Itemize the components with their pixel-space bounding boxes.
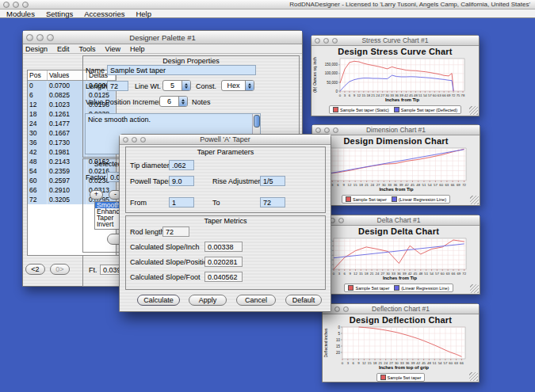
svg-text:60: 60 bbox=[441, 272, 445, 276]
svg-text:6: 6 bbox=[337, 183, 339, 187]
slope-foot-label: Calculated Slope/Foot bbox=[130, 273, 201, 281]
to-field[interactable]: 72 bbox=[260, 197, 285, 207]
tip-diameter-label: Tip diameter bbox=[130, 162, 170, 169]
rise-adjustment-field[interactable]: 1/5 bbox=[260, 176, 285, 186]
slope-foot-field[interactable]: 0.040562 bbox=[204, 272, 243, 282]
from-field[interactable]: 1 bbox=[169, 197, 194, 207]
default-button[interactable]: Default bbox=[285, 295, 322, 306]
svg-text:9: 9 bbox=[353, 93, 356, 97]
menu-accessories[interactable]: Accessories bbox=[84, 10, 124, 18]
vpi-stepper[interactable]: 6 bbox=[159, 96, 188, 107]
menu-tools[interactable]: Tools bbox=[79, 45, 96, 53]
col-header-values[interactable]: Values bbox=[48, 70, 87, 81]
svg-text:3: 3 bbox=[338, 272, 341, 276]
minimize-icon[interactable] bbox=[13, 2, 19, 8]
notes-label: Notes bbox=[192, 98, 211, 106]
svg-text:51: 51 bbox=[424, 272, 428, 276]
svg-text:5: 5 bbox=[338, 332, 340, 336]
apply-button[interactable]: Apply bbox=[189, 295, 227, 306]
rod-length-label: Rod length bbox=[130, 228, 165, 236]
factor-label: Factor bbox=[86, 173, 106, 181]
powell-taper-dialog: Powell 'A' Taper Taper Parameters Tip di… bbox=[119, 134, 331, 312]
col-header-pos[interactable]: Pos bbox=[28, 70, 48, 81]
legend-item: Sample 5wt taper bbox=[346, 196, 387, 202]
slope-inch-field[interactable]: 0.00338 bbox=[204, 242, 243, 252]
svg-text:54: 54 bbox=[423, 93, 427, 97]
svg-text:9: 9 bbox=[343, 183, 346, 187]
menu-design[interactable]: Design bbox=[25, 45, 48, 53]
back-button[interactable]: <2 bbox=[25, 264, 45, 275]
const-stepper[interactable]: Hex bbox=[221, 80, 254, 91]
chart-title: Design Stress Curve Chart bbox=[311, 47, 479, 56]
delta-chart-titlebar[interactable]: Delta Chart #1 bbox=[318, 215, 480, 226]
svg-text:60: 60 bbox=[433, 93, 437, 97]
tip-diameter-field[interactable]: .062 bbox=[169, 160, 194, 170]
resize-grip[interactable] bbox=[469, 106, 478, 115]
stress-chart-window: Stress Curve Chart #1 Design Stress Curv… bbox=[311, 35, 480, 116]
window-title: Powell 'A' Taper bbox=[120, 135, 331, 143]
const-label: Const. bbox=[196, 82, 216, 90]
powell-taper-field[interactable]: 9.0 bbox=[169, 176, 194, 186]
calculate-button[interactable]: Calculate bbox=[137, 295, 180, 306]
svg-text:51: 51 bbox=[422, 183, 426, 187]
svg-text:78: 78 bbox=[461, 93, 465, 97]
svg-text:54: 54 bbox=[430, 272, 434, 276]
zoom-icon[interactable] bbox=[22, 2, 29, 8]
palette-titlebar[interactable]: Designer Palette #1 bbox=[23, 31, 302, 44]
dimension-chart-titlebar[interactable]: Dimension Chart #1 bbox=[312, 125, 480, 135]
length-field[interactable]: 72 bbox=[107, 81, 128, 91]
menu-help[interactable]: Help bbox=[130, 45, 145, 53]
menu-edit[interactable]: Edit bbox=[57, 45, 70, 53]
stepper-arrows-icon[interactable] bbox=[182, 81, 190, 90]
svg-text:24: 24 bbox=[376, 272, 380, 276]
delta-chart-window: Delta Chart #1 Design Delta Chart 036912… bbox=[317, 215, 480, 295]
svg-text:9: 9 bbox=[349, 272, 351, 276]
svg-text:57: 57 bbox=[435, 272, 439, 276]
svg-text:150,000: 150,000 bbox=[325, 63, 338, 67]
svg-text:20: 20 bbox=[336, 351, 341, 355]
svg-text:24: 24 bbox=[376, 93, 380, 97]
stress-chart-titlebar[interactable]: Stress Curve Chart #1 bbox=[311, 36, 479, 46]
resize-grip[interactable] bbox=[470, 284, 479, 293]
forward-button[interactable]: 0> bbox=[50, 264, 70, 275]
svg-text:Inches from Tip: Inches from Tip bbox=[379, 187, 414, 192]
svg-text:Inches from top of grip: Inches from top of grip bbox=[379, 365, 430, 370]
svg-text:15: 15 bbox=[361, 93, 365, 97]
legend-item: Sample 5wt taper (Static) bbox=[333, 107, 389, 112]
group-heading: Taper Parameters bbox=[126, 148, 325, 156]
svg-text:15: 15 bbox=[368, 361, 372, 365]
resize-grip[interactable] bbox=[470, 196, 479, 204]
window-title: Dimension Chart #1 bbox=[312, 126, 480, 134]
stepper-arrows-icon[interactable] bbox=[178, 97, 187, 106]
dialog-titlebar[interactable]: Powell 'A' Taper bbox=[120, 135, 331, 145]
svg-text:18: 18 bbox=[365, 272, 369, 276]
svg-text:69: 69 bbox=[457, 272, 460, 276]
deflection-chart-titlebar[interactable]: Deflection Chart #1 bbox=[323, 304, 479, 314]
close-icon[interactable] bbox=[3, 2, 10, 8]
svg-text:48: 48 bbox=[418, 272, 422, 276]
menu-view[interactable]: View bbox=[105, 45, 120, 53]
svg-text:54: 54 bbox=[428, 183, 432, 187]
cancel-button[interactable]: Cancel bbox=[236, 295, 276, 306]
chart-title: Design Deflection Chart bbox=[323, 315, 479, 325]
svg-text:0: 0 bbox=[335, 89, 338, 93]
svg-text:60: 60 bbox=[449, 361, 453, 365]
menu-modules[interactable]: Modules bbox=[6, 10, 35, 18]
rod-length-field[interactable]: 72 bbox=[162, 226, 189, 237]
line-wt-stepper[interactable]: 5 bbox=[162, 80, 191, 91]
svg-text:18: 18 bbox=[366, 93, 370, 97]
svg-text:15: 15 bbox=[359, 272, 363, 276]
slope-position-field[interactable]: 0.020281 bbox=[204, 257, 243, 267]
scroll-thumb[interactable] bbox=[254, 115, 260, 127]
name-field[interactable]: Sample 5wt taper bbox=[107, 65, 256, 75]
app-titlebar[interactable]: RodDNADesigner - Licensed to 'Larry Tuso… bbox=[0, 0, 535, 10]
svg-text:12: 12 bbox=[353, 272, 357, 276]
resize-grip[interactable] bbox=[469, 372, 478, 381]
svg-text:57: 57 bbox=[434, 183, 438, 187]
menu-help[interactable]: Help bbox=[136, 10, 151, 18]
svg-text:57: 57 bbox=[428, 93, 432, 97]
group-heading: Taper Metrics bbox=[126, 217, 325, 225]
plus-button[interactable]: + bbox=[90, 190, 103, 200]
stepper-arrows-icon[interactable] bbox=[245, 81, 254, 90]
menu-settings[interactable]: Settings bbox=[46, 10, 73, 18]
